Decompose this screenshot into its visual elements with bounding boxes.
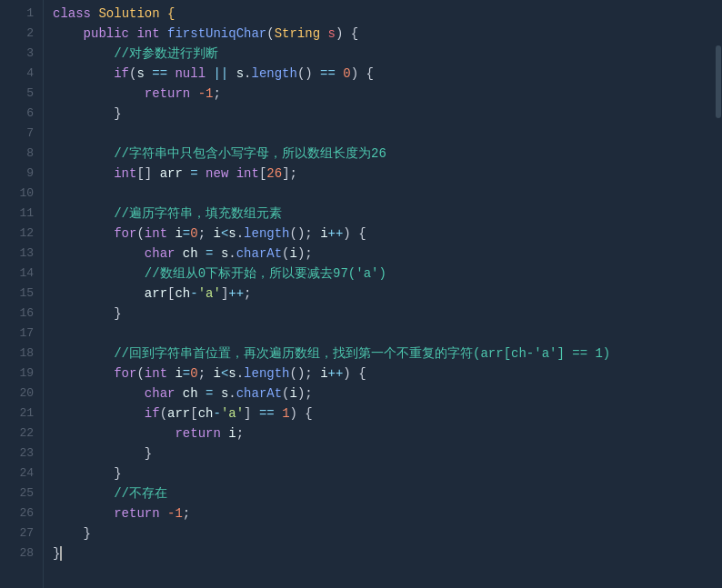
var-s2: s — [236, 64, 244, 84]
var-ch4: ch — [198, 404, 214, 424]
indent — [53, 44, 114, 64]
var-arr: arr — [160, 164, 183, 184]
var-ch2: ch — [175, 284, 190, 304]
code-line-5: return -1; — [53, 84, 722, 104]
op-minus: - — [190, 284, 197, 304]
num-1: 1 — [282, 404, 289, 424]
op-pp2: ++ — [228, 284, 244, 304]
var-i2: i — [213, 224, 220, 244]
code-line-23: } — [53, 443, 722, 463]
indent — [53, 304, 114, 324]
var-i9: i — [228, 424, 236, 443]
code-line-2: public int firstUniqChar(String s) { — [53, 24, 722, 44]
line-num-28: 28 — [0, 543, 43, 563]
comment-11: //遍历字符串，填充数组元素 — [114, 204, 282, 224]
scrollbar-thumb[interactable] — [716, 45, 721, 118]
code-line-14: //数组从0下标开始，所以要减去97('a') — [53, 264, 722, 284]
var-arr2: arr — [145, 284, 167, 304]
line-num-11: 11 — [0, 204, 43, 224]
line-num-7: 7 — [0, 124, 43, 144]
op-assign3: = — [198, 244, 221, 264]
code-line-17 — [53, 324, 722, 344]
indent — [53, 64, 114, 84]
var-ch3: ch — [183, 384, 198, 404]
code-line-6: } — [53, 104, 722, 124]
text-cursor — [60, 546, 62, 561]
var-s: s — [136, 64, 144, 84]
keyword-public: public — [84, 24, 137, 44]
line-num-1: 1 — [0, 4, 43, 24]
op-eq2: == — [313, 64, 344, 84]
fn-length3: length — [244, 364, 289, 384]
num-neg1: -1 — [198, 84, 214, 104]
code-line-3: //对参数进行判断 — [53, 44, 722, 64]
indent — [53, 244, 145, 264]
brace-close-6: } — [114, 104, 121, 124]
code-content[interactable]: class Solution { public int firstUniqCha… — [44, 0, 722, 588]
method-name: firstUniqChar — [167, 24, 266, 44]
class-name: Solution — [98, 4, 167, 24]
num-26: 26 — [266, 164, 282, 184]
keyword-char2: char — [145, 384, 183, 404]
var-i7: i — [320, 364, 327, 384]
comment-18: //回到字符串首位置，再次遍历数组，找到第一个不重复的字符(arr[ch-'a'… — [114, 344, 610, 364]
indent — [53, 224, 114, 244]
char-a2: 'a' — [221, 404, 244, 424]
comment-14: //数组从0下标开始，所以要减去97('a') — [145, 264, 386, 284]
line-num-10: 10 — [0, 184, 43, 204]
var-ch: ch — [183, 244, 198, 264]
fn-charat2: charAt — [236, 384, 282, 404]
line-num-21: 21 — [0, 404, 43, 424]
code-line-21: if(arr[ch-'a'] == 1) { — [53, 404, 722, 424]
code-line-25: //不存在 — [53, 483, 722, 503]
keyword-int2: int — [114, 164, 136, 184]
brace-close-24: } — [114, 463, 121, 483]
line-num-24: 24 — [0, 463, 43, 483]
comment-25: //不存在 — [114, 483, 167, 503]
keyword-for2: for — [114, 364, 136, 384]
var-i: i — [175, 224, 182, 244]
code-line-4: if(s == null || s.length() == 0) { — [53, 64, 722, 84]
op-assign: = — [183, 164, 206, 184]
op-minus2: - — [213, 404, 220, 424]
keyword-int4: int — [145, 224, 175, 244]
keyword-return3: return — [114, 503, 167, 523]
code-line-15: arr[ch-'a']++; — [53, 284, 722, 304]
line-num-25: 25 — [0, 483, 43, 503]
brace-close-27: } — [84, 523, 91, 543]
brace-open: { — [167, 4, 175, 24]
indent — [53, 284, 145, 304]
keyword-int5: int — [145, 364, 175, 384]
line-num-26: 26 — [0, 503, 43, 523]
line-num-27: 27 — [0, 523, 43, 543]
fn-length2: length — [244, 224, 289, 244]
line-num-6: 6 — [0, 104, 43, 124]
line-num-14: 14 — [0, 264, 43, 284]
param-s: s — [327, 24, 335, 44]
op-or: || — [206, 64, 236, 84]
code-line-28: } — [53, 543, 722, 563]
var-s6: s — [221, 384, 228, 404]
line-num-2: 2 — [0, 24, 43, 44]
keyword-if: if — [114, 64, 129, 84]
op-pp3: ++ — [328, 364, 344, 384]
indent — [53, 424, 175, 443]
vertical-scrollbar[interactable] — [715, 0, 722, 588]
line-num-8: 8 — [0, 144, 43, 164]
indent — [53, 364, 114, 384]
code-line-16: } — [53, 304, 722, 324]
line-num-15: 15 — [0, 284, 43, 304]
line-num-22: 22 — [0, 424, 43, 443]
keyword-return: return — [145, 84, 198, 104]
var-i3: i — [320, 224, 327, 244]
var-i6: i — [213, 364, 220, 384]
code-editor: 1 2 3 4 5 6 7 8 9 10 11 12 13 14 15 16 1… — [0, 0, 722, 588]
op-assign4: = — [183, 364, 190, 384]
fn-charat: charAt — [236, 244, 282, 264]
op-assign5: = — [198, 384, 221, 404]
indent — [53, 463, 114, 483]
code-line-9: int[] arr = new int[26]; — [53, 164, 722, 184]
keyword-int3: int — [236, 164, 259, 184]
code-line-11: //遍历字符串，填充数组元素 — [53, 204, 722, 224]
line-num-23: 23 — [0, 443, 43, 463]
